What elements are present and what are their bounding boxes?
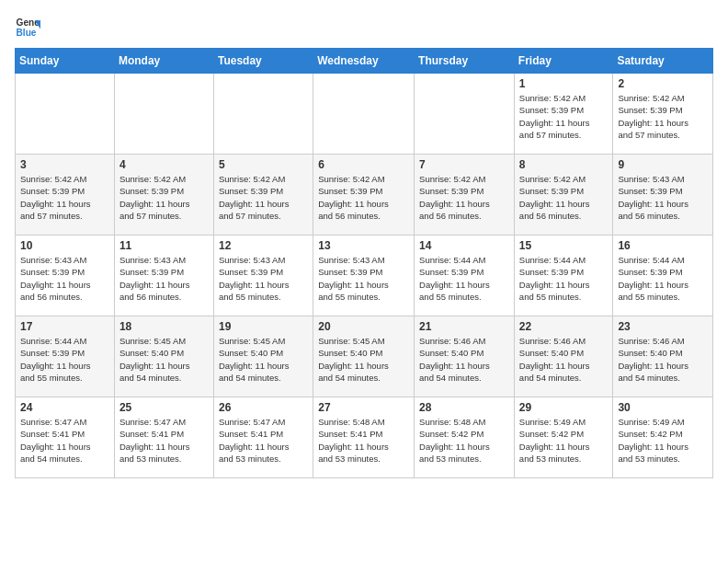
day-header-monday: Monday [114,49,213,74]
calendar-cell: 25Sunrise: 5:47 AM Sunset: 5:41 PM Dayli… [114,397,213,478]
calendar-cell: 20Sunrise: 5:45 AM Sunset: 5:40 PM Dayli… [313,316,415,397]
day-number: 21 [419,320,509,333]
calendar-body: 1Sunrise: 5:42 AM Sunset: 5:39 PM Daylig… [16,74,713,478]
page-header: General Blue [15,15,713,40]
day-number: 30 [618,401,708,414]
calendar-cell: 1Sunrise: 5:42 AM Sunset: 5:39 PM Daylig… [514,74,613,155]
day-number: 6 [318,158,409,171]
calendar-week-1: 1Sunrise: 5:42 AM Sunset: 5:39 PM Daylig… [16,74,713,155]
day-info: Sunrise: 5:44 AM Sunset: 5:39 PM Dayligh… [618,254,708,303]
calendar-cell: 13Sunrise: 5:43 AM Sunset: 5:39 PM Dayli… [313,236,415,316]
day-number: 11 [119,239,209,252]
day-info: Sunrise: 5:47 AM Sunset: 5:41 PM Dayligh… [219,416,308,465]
day-info: Sunrise: 5:43 AM Sunset: 5:39 PM Dayligh… [219,254,308,303]
calendar-cell: 22Sunrise: 5:46 AM Sunset: 5:40 PM Dayli… [514,316,613,397]
day-info: Sunrise: 5:44 AM Sunset: 5:39 PM Dayligh… [419,254,509,303]
day-number: 3 [20,158,109,171]
day-number: 28 [419,401,509,414]
day-number: 24 [20,401,109,414]
calendar-cell: 7Sunrise: 5:42 AM Sunset: 5:39 PM Daylig… [415,155,515,236]
calendar-week-3: 10Sunrise: 5:43 AM Sunset: 5:39 PM Dayli… [16,236,713,316]
day-number: 25 [119,401,209,414]
day-number: 20 [318,320,409,333]
day-number: 23 [618,320,708,333]
day-info: Sunrise: 5:48 AM Sunset: 5:42 PM Dayligh… [419,416,509,465]
calendar-week-5: 24Sunrise: 5:47 AM Sunset: 5:41 PM Dayli… [16,397,713,478]
calendar-cell: 4Sunrise: 5:42 AM Sunset: 5:39 PM Daylig… [114,155,213,236]
day-number: 5 [219,158,308,171]
day-number: 13 [318,239,409,252]
calendar-cell: 28Sunrise: 5:48 AM Sunset: 5:42 PM Dayli… [415,397,515,478]
day-number: 22 [519,320,609,333]
day-info: Sunrise: 5:42 AM Sunset: 5:39 PM Dayligh… [20,173,109,222]
calendar-week-2: 3Sunrise: 5:42 AM Sunset: 5:39 PM Daylig… [16,155,713,236]
day-header-saturday: Saturday [613,49,713,74]
day-header-wednesday: Wednesday [313,49,415,74]
day-number: 1 [519,77,609,90]
calendar-cell: 10Sunrise: 5:43 AM Sunset: 5:39 PM Dayli… [16,236,115,316]
calendar-cell: 9Sunrise: 5:43 AM Sunset: 5:39 PM Daylig… [613,155,713,236]
day-info: Sunrise: 5:44 AM Sunset: 5:39 PM Dayligh… [20,335,109,384]
day-header-friday: Friday [514,49,613,74]
day-number: 17 [20,320,109,333]
day-header-thursday: Thursday [415,49,515,74]
day-info: Sunrise: 5:43 AM Sunset: 5:39 PM Dayligh… [318,254,409,303]
day-info: Sunrise: 5:46 AM Sunset: 5:40 PM Dayligh… [419,335,509,384]
calendar-cell [114,74,213,155]
calendar-cell: 30Sunrise: 5:49 AM Sunset: 5:42 PM Dayli… [613,397,713,478]
day-number: 26 [219,401,308,414]
day-info: Sunrise: 5:43 AM Sunset: 5:39 PM Dayligh… [618,173,708,222]
day-number: 14 [419,239,509,252]
day-header-tuesday: Tuesday [213,49,313,74]
day-number: 29 [519,401,609,414]
day-number: 27 [318,401,409,414]
day-info: Sunrise: 5:46 AM Sunset: 5:40 PM Dayligh… [618,335,708,384]
calendar-cell: 6Sunrise: 5:42 AM Sunset: 5:39 PM Daylig… [313,155,415,236]
calendar-cell [213,74,313,155]
day-number: 12 [219,239,308,252]
day-number: 7 [419,158,509,171]
logo: General Blue [15,15,40,40]
day-info: Sunrise: 5:42 AM Sunset: 5:39 PM Dayligh… [318,173,409,222]
calendar-cell: 3Sunrise: 5:42 AM Sunset: 5:39 PM Daylig… [16,155,115,236]
day-number: 16 [618,239,708,252]
day-info: Sunrise: 5:47 AM Sunset: 5:41 PM Dayligh… [20,416,109,465]
calendar-cell: 26Sunrise: 5:47 AM Sunset: 5:41 PM Dayli… [213,397,313,478]
day-info: Sunrise: 5:43 AM Sunset: 5:39 PM Dayligh… [119,254,209,303]
calendar-cell: 5Sunrise: 5:42 AM Sunset: 5:39 PM Daylig… [213,155,313,236]
calendar-cell [16,74,115,155]
day-number: 2 [618,77,708,90]
calendar-cell: 27Sunrise: 5:48 AM Sunset: 5:41 PM Dayli… [313,397,415,478]
day-info: Sunrise: 5:42 AM Sunset: 5:39 PM Dayligh… [119,173,209,222]
day-number: 19 [219,320,308,333]
day-info: Sunrise: 5:42 AM Sunset: 5:39 PM Dayligh… [419,173,509,222]
calendar-cell: 21Sunrise: 5:46 AM Sunset: 5:40 PM Dayli… [415,316,515,397]
calendar-cell: 23Sunrise: 5:46 AM Sunset: 5:40 PM Dayli… [613,316,713,397]
calendar-cell: 18Sunrise: 5:45 AM Sunset: 5:40 PM Dayli… [114,316,213,397]
svg-text:Blue: Blue [17,28,37,38]
day-header-sunday: Sunday [16,49,115,74]
calendar-cell: 24Sunrise: 5:47 AM Sunset: 5:41 PM Dayli… [16,397,115,478]
calendar-cell: 11Sunrise: 5:43 AM Sunset: 5:39 PM Dayli… [114,236,213,316]
calendar-cell [313,74,415,155]
day-number: 18 [119,320,209,333]
calendar-cell: 14Sunrise: 5:44 AM Sunset: 5:39 PM Dayli… [415,236,515,316]
calendar-cell: 29Sunrise: 5:49 AM Sunset: 5:42 PM Dayli… [514,397,613,478]
day-number: 8 [519,158,609,171]
calendar-cell [415,74,515,155]
calendar-header-row: SundayMondayTuesdayWednesdayThursdayFrid… [16,49,713,74]
day-number: 10 [20,239,109,252]
calendar-cell: 19Sunrise: 5:45 AM Sunset: 5:40 PM Dayli… [213,316,313,397]
day-info: Sunrise: 5:42 AM Sunset: 5:39 PM Dayligh… [519,92,609,141]
day-info: Sunrise: 5:46 AM Sunset: 5:40 PM Dayligh… [519,335,609,384]
calendar-cell: 12Sunrise: 5:43 AM Sunset: 5:39 PM Dayli… [213,236,313,316]
calendar-cell: 8Sunrise: 5:42 AM Sunset: 5:39 PM Daylig… [514,155,613,236]
day-number: 15 [519,239,609,252]
logo-icon: General Blue [15,15,40,40]
day-info: Sunrise: 5:42 AM Sunset: 5:39 PM Dayligh… [618,92,708,141]
day-info: Sunrise: 5:45 AM Sunset: 5:40 PM Dayligh… [318,335,409,384]
calendar-cell: 16Sunrise: 5:44 AM Sunset: 5:39 PM Dayli… [613,236,713,316]
day-number: 9 [618,158,708,171]
day-info: Sunrise: 5:49 AM Sunset: 5:42 PM Dayligh… [519,416,609,465]
calendar-cell: 17Sunrise: 5:44 AM Sunset: 5:39 PM Dayli… [16,316,115,397]
